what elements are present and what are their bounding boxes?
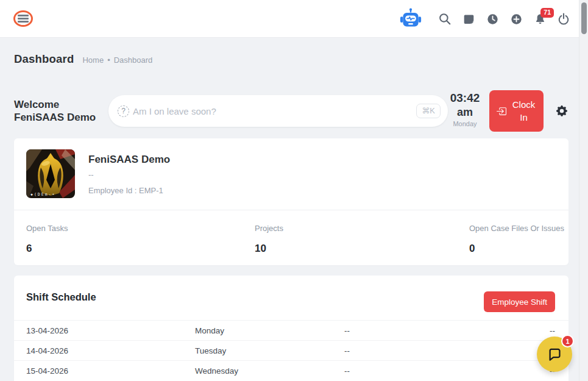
table-row[interactable]: 13-04-2026 Monday -- --: [14, 320, 569, 340]
breadcrumb-home-link[interactable]: Home: [82, 55, 104, 65]
app-window: 71 Dashboard Home • Dashboard Welcome Fe…: [0, 0, 588, 381]
welcome-line2: FeniSAAS Demo: [14, 111, 96, 124]
employee-designation: --: [88, 170, 94, 179]
stat-open-tasks: Open Tasks 6: [26, 224, 68, 255]
shift-start: --: [344, 346, 488, 355]
vertical-scrollbar[interactable]: [579, 0, 588, 381]
current-time-widget: 03:42 am Monday: [444, 91, 486, 128]
shift-date: 15-04-2026: [26, 366, 195, 376]
stat-label: Open Tasks: [26, 224, 68, 233]
topbar-actions: 71: [398, 0, 570, 38]
menu-toggle-button[interactable]: [13, 10, 33, 27]
settings-gear-icon[interactable]: [556, 105, 569, 118]
page-title: Dashboard: [14, 52, 74, 66]
box-arrow-in-right-icon: [496, 106, 506, 116]
shift-date: 13-04-2026: [26, 326, 195, 335]
profile-card: ◆(DEm-• FeniSAAS Demo -- Employee Id : E…: [14, 138, 569, 265]
employee-shift-button[interactable]: Employee Shift: [484, 291, 555, 312]
page-header: Dashboard Home • Dashboard: [14, 52, 152, 66]
shift-day: Tuesday: [195, 346, 344, 355]
stat-value: 0: [469, 243, 564, 255]
assistant-search-bar[interactable]: ? ⌘K: [108, 95, 448, 127]
notification-count-badge: 71: [540, 8, 554, 18]
stat-projects: Projects 10: [255, 224, 283, 255]
chat-unread-badge: 1: [561, 335, 574, 347]
scrollbar-thumb[interactable]: [581, 2, 587, 34]
welcome-line1: Welcome: [14, 98, 96, 111]
shift-day: Wednesday: [195, 366, 344, 376]
shift-start: --: [344, 366, 488, 376]
topbar: 71: [0, 0, 588, 38]
search-icon[interactable]: [439, 13, 451, 25]
shift-schedule-title: Shift Schedule: [26, 291, 96, 303]
time-meridiem: am: [444, 105, 486, 119]
time-day: Monday: [444, 119, 486, 128]
table-row[interactable]: 14-04-2026 Tuesday -- --: [14, 340, 569, 360]
employee-name: FeniSAAS Demo: [88, 154, 170, 166]
clock-in-button[interactable]: Clock In: [489, 90, 544, 132]
clock-icon[interactable]: [486, 13, 498, 25]
welcome-heading: Welcome FeniSAAS Demo: [14, 98, 96, 124]
stat-label: Projects: [255, 224, 283, 233]
shift-end: --: [488, 326, 555, 335]
stat-value: 10: [255, 243, 283, 255]
shift-day: Monday: [195, 326, 344, 335]
assistant-search-input[interactable]: [129, 106, 416, 116]
ai-assistant-robot-icon[interactable]: [398, 7, 423, 31]
breadcrumb-separator: •: [107, 55, 110, 65]
chat-bubble-icon: [547, 346, 562, 362]
stats-row: Open Tasks 6 Projects 10 Open Case Files…: [14, 210, 569, 265]
svg-text:◆(DEm-•: ◆(DEm-•: [30, 192, 55, 197]
keyboard-shortcut-badge: ⌘K: [416, 104, 441, 118]
question-icon: ?: [118, 105, 129, 117]
chat-launcher-button[interactable]: 1: [537, 336, 572, 372]
breadcrumb: Home • Dashboard: [82, 55, 152, 65]
add-plus-icon[interactable]: [510, 13, 522, 25]
stat-label: Open Case Files Or Issues: [469, 224, 564, 233]
hamburger-icon: [18, 15, 29, 16]
notifications-bell-icon[interactable]: 71: [534, 13, 546, 25]
shift-table: 13-04-2026 Monday -- -- 14-04-2026 Tuesd…: [14, 320, 569, 380]
avatar: ◆(DEm-•: [26, 149, 75, 198]
stat-open-case-files: Open Case Files Or Issues 0: [469, 224, 564, 255]
shift-date: 14-04-2026: [26, 346, 195, 355]
notes-icon[interactable]: [462, 13, 475, 25]
breadcrumb-current: Dashboard: [114, 55, 153, 65]
table-row[interactable]: 15-04-2026 Wednesday -- --: [14, 360, 569, 380]
clock-in-label: Clock In: [511, 98, 537, 124]
avatar-image: ◆(DEm-•: [26, 149, 75, 198]
time-value: 03:42: [444, 91, 486, 105]
shift-start: --: [344, 326, 488, 335]
stat-value: 6: [26, 243, 68, 255]
shift-schedule-card: Shift Schedule Employee Shift 13-04-2026…: [14, 276, 569, 381]
employee-id: Employee Id : EMP-1: [88, 186, 163, 195]
power-logout-icon[interactable]: [558, 13, 570, 25]
